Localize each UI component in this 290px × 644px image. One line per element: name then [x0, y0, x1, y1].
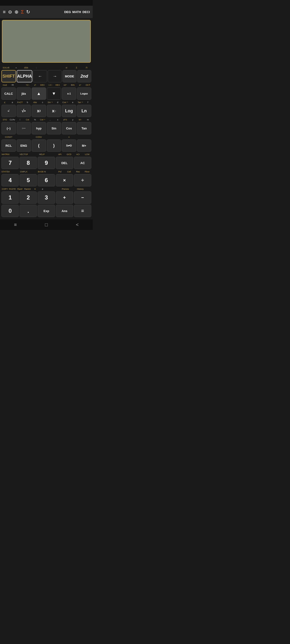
sub-i: i — [17, 118, 24, 121]
cos-button[interactable]: Cos — [62, 122, 76, 134]
sublabels-row1: SOLVE = d/dx : x! Σ Π — [2, 66, 91, 70]
sub-f: f — [84, 101, 91, 104]
bottom-nav: ≡ □ < — [0, 220, 93, 230]
math-mode[interactable]: MATH — [72, 10, 81, 14]
std-button[interactable]: S⇌D — [62, 140, 76, 152]
integral-button[interactable]: ∫dx — [17, 88, 31, 100]
4-button[interactable]: 4 — [2, 174, 19, 186]
sub-divr: ÷R — [9, 84, 16, 86]
sub-const: CONST — [2, 136, 16, 138]
nav-home-icon[interactable]: □ — [45, 222, 48, 228]
nav-back-icon[interactable]: < — [76, 222, 79, 228]
9-button[interactable]: 9 — [38, 157, 55, 169]
sub-e: e — [69, 101, 76, 104]
xpow-button[interactable]: x□ — [47, 105, 61, 117]
del-button[interactable]: DEL — [56, 157, 73, 169]
calc-button[interactable]: CALC — [2, 88, 16, 100]
button-row-6: 7 8 9 DEL AC — [2, 157, 91, 169]
7-button[interactable]: 7 — [2, 157, 19, 169]
mode-group: DEG MATH DECI — [64, 10, 90, 14]
sub-hex: HEX — [54, 84, 61, 86]
refresh-icon[interactable]: ↻ — [26, 9, 30, 15]
sub-b: b — [24, 101, 31, 104]
degree-button[interactable]: ○··· — [17, 122, 31, 134]
sublabels-row8: COPY PASTE Ran# RanInt π e PreAns Histor… — [2, 187, 91, 191]
eng-button[interactable]: ENG — [17, 140, 31, 152]
nav-menu-icon[interactable]: ≡ — [14, 222, 17, 228]
sub-cmplx: CMPLX — [20, 170, 28, 173]
2nd-button[interactable]: 2nd — [77, 70, 91, 82]
rparen-button[interactable]: ) — [47, 140, 61, 152]
calc-body: SOLVE = d/dx : x! Σ Π SHIFT ALPHA ← → MO… — [0, 64, 93, 218]
multiply-button[interactable]: × — [56, 174, 73, 186]
x2-button[interactable]: x2 — [32, 105, 46, 117]
sub-abcfrac: aᵇ/c — [62, 118, 69, 121]
deg-mode[interactable]: DEG — [64, 10, 71, 14]
sub-history: History — [77, 188, 84, 190]
sub-pct: % — [32, 118, 39, 121]
sub-cotinv: Cot⁻¹ — [39, 118, 46, 121]
right-arrow-button[interactable]: → — [48, 70, 62, 82]
2-button[interactable]: 2 — [20, 192, 37, 204]
3-button[interactable]: 3 — [38, 192, 55, 204]
alpha-button[interactable]: ALPHA — [17, 70, 32, 82]
down-button[interactable]: ▼ — [47, 88, 61, 100]
sub-10x: 10ˣ — [62, 84, 69, 86]
8-button[interactable]: 8 — [20, 157, 37, 169]
minus-circle-icon[interactable]: ⊖ — [8, 9, 12, 15]
sub-sigma: Σ — [72, 66, 81, 69]
sub-pi-val: π — [32, 188, 39, 190]
negate-button[interactable]: (−) — [2, 122, 16, 134]
6-button[interactable]: 6 — [38, 174, 55, 186]
sub-vector: VECTOR — [20, 153, 28, 156]
plus-circle-icon[interactable]: ⊕ — [15, 9, 19, 15]
sub-e-val: e — [39, 188, 46, 190]
sub-basen: BASE-N — [38, 170, 46, 173]
sub-npr: nPr — [56, 153, 64, 156]
mplus-button[interactable]: M+ — [77, 140, 92, 152]
minus-button[interactable]: − — [74, 192, 91, 204]
rcl-button[interactable]: RCL — [2, 140, 16, 152]
lparen-button[interactable]: ( — [32, 140, 46, 152]
sublabels-row3: ∠ a FACT b Abs c Sin⁻¹ d Cos⁻¹ e Tan⁻¹ f — [2, 100, 91, 104]
sub-d: d — [54, 101, 61, 104]
ac-button[interactable]: AC — [74, 157, 91, 169]
sigma-icon[interactable]: Σ — [21, 9, 24, 15]
xinv-button[interactable]: x-1 — [62, 88, 76, 100]
log-button[interactable]: Log — [62, 105, 76, 117]
mode-button[interactable]: MODE — [63, 70, 77, 82]
up-button[interactable]: ▲ — [32, 88, 46, 100]
left-arrow-button[interactable]: ← — [33, 70, 47, 82]
sub-clrv: CLRv — [9, 118, 16, 121]
sqrt-button[interactable]: √▪ — [17, 105, 31, 117]
sub-x3: x³ — [32, 84, 39, 86]
sub-ranint: RanInt — [24, 188, 31, 190]
loga-button[interactable]: Logax — [77, 88, 92, 100]
sublabels-row6: MATRIX VECTOR HELP nPr GCD nCr LCM — [2, 152, 91, 156]
divide-button[interactable]: ÷ — [74, 174, 91, 186]
1-button[interactable]: 1 — [2, 192, 19, 204]
sub-y: y — [69, 118, 76, 121]
exp-button[interactable]: Exp — [38, 205, 55, 217]
hyp-button[interactable]: hyp — [32, 122, 46, 134]
ln-button[interactable]: Ln — [77, 105, 92, 117]
equals-button[interactable]: = — [74, 205, 91, 217]
sublabels-row5: CONST CONV ∞ — [2, 135, 91, 139]
frac-button[interactable]: ▪▪ — [2, 105, 16, 117]
shift-button[interactable]: SHIFT — [2, 70, 16, 82]
button-row-3: ▪▪ √▪ x2 x□ Log Ln — [2, 105, 91, 117]
sublabels-row7: STAT/DIST CMPLX BASE-N Pol Ceil Rec Floo… — [2, 170, 91, 174]
ans-button[interactable]: Ans — [56, 205, 73, 217]
deci-mode[interactable]: DECI — [83, 10, 90, 14]
sub-mod: mod — [2, 84, 8, 86]
sub-cbrt: ³√□ — [24, 84, 31, 86]
tan-button[interactable]: Tan — [77, 122, 92, 134]
5-button[interactable]: 5 — [20, 174, 37, 186]
hamburger-icon[interactable]: ≡ — [3, 9, 6, 15]
sub-m: m — [84, 118, 91, 121]
plus-button[interactable]: + — [56, 192, 73, 204]
0-button[interactable]: 0 — [2, 205, 19, 217]
dot-button[interactable]: . — [20, 205, 37, 217]
sub-floor: Floor — [83, 170, 91, 173]
sin-button[interactable]: Sin — [47, 122, 61, 134]
